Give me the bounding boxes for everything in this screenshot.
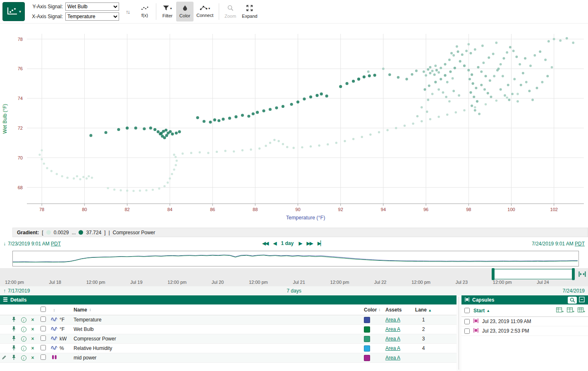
range-end-link[interactable]: 7/24/2019 9:01 AM PDT [532, 241, 585, 247]
color-swatch[interactable] [364, 317, 370, 323]
capsules-search-button[interactable] [568, 297, 577, 304]
asset-link[interactable]: Area A [385, 355, 400, 361]
step-duration-button[interactable]: 1 day [281, 240, 294, 246]
sort-icon[interactable]: ↕ [378, 307, 380, 312]
asset-link[interactable]: Area A [385, 317, 400, 323]
timeline-tick-label: Jul 18 [49, 280, 61, 285]
bracket: [ [42, 230, 43, 235]
step-backward-icon[interactable]: ◀ [273, 240, 276, 246]
pin-icon[interactable] [12, 318, 16, 323]
timeline-tick-label: 12:00 pm [249, 280, 268, 285]
swap-axes-icon[interactable]: ↑↓ [123, 8, 132, 15]
assets-column-header[interactable]: Assets [385, 307, 402, 313]
lane-column-header[interactable]: Lane [415, 307, 427, 313]
row-checkbox[interactable] [41, 345, 46, 350]
toolbar-divider [219, 3, 219, 20]
row-checkbox[interactable] [41, 326, 46, 331]
lane-value: 3 [411, 336, 436, 342]
capsules-collapse-icon[interactable] [579, 297, 585, 304]
lane-value: 1 [411, 317, 436, 323]
info-icon[interactable]: i [21, 355, 26, 361]
capsule-icon [473, 318, 478, 325]
color-button[interactable]: Color [176, 2, 194, 21]
brush-right-handle[interactable] [572, 268, 575, 280]
x-axis-signal-select[interactable]: Temperature [65, 12, 119, 21]
fx-button[interactable]: f(x) [136, 2, 153, 21]
row-checkbox[interactable] [41, 316, 46, 322]
asset-link[interactable]: Area A [385, 345, 400, 351]
color-swatch[interactable] [364, 355, 370, 361]
select-all-checkbox[interactable] [41, 307, 46, 312]
panel-splitter[interactable] [457, 295, 461, 371]
pin-icon[interactable] [12, 356, 16, 361]
filter-button[interactable]: ▾ Filter [159, 2, 176, 21]
name-column-header[interactable]: Name [74, 307, 87, 313]
edit-icon[interactable] [2, 355, 7, 361]
capsules-panel-header: Capsules [461, 295, 588, 304]
timebar-condense-icon[interactable] [578, 271, 586, 278]
remove-icon[interactable]: × [28, 355, 37, 361]
pin-icon[interactable] [12, 346, 16, 352]
timeline-tick-label: Jul 21 [293, 280, 305, 285]
expand-button[interactable]: Expand [239, 2, 260, 21]
unit-label: °F [60, 317, 74, 323]
range-start-arrow-icon[interactable]: ↓ [3, 241, 6, 247]
step-to-end-icon[interactable]: ▶▏ [318, 240, 323, 246]
pin-icon[interactable] [12, 337, 16, 342]
signal-icon [51, 346, 58, 352]
investigate-duration-link[interactable]: 7 days [287, 288, 301, 294]
capsule-checkbox[interactable] [464, 328, 470, 334]
fast-forward-icon[interactable]: ▶▶ [306, 240, 312, 246]
scatter-plot-menu-button[interactable]: ▾ [2, 2, 25, 21]
brush-left-handle[interactable] [492, 268, 495, 280]
remove-icon[interactable]: × [28, 326, 37, 332]
info-icon[interactable]: i [21, 346, 26, 351]
info-icon[interactable]: i [21, 336, 26, 342]
step-forward-icon[interactable]: ▶ [299, 240, 301, 246]
details-row: i×°FWet BulbArea A2 [0, 325, 457, 334]
sort-icon[interactable]: ↕ [89, 307, 91, 312]
investigate-end-link[interactable]: 7/24/2019 [563, 288, 585, 294]
timeline-bar[interactable]: 12:00 pmJul 1812:00 pmJul 1912:00 pmJul … [0, 268, 588, 286]
start-column-header[interactable]: Start ▲ [473, 308, 490, 314]
row-checkbox[interactable] [41, 354, 46, 360]
svg-text:82: 82 [124, 207, 129, 212]
lane-value: 4 [411, 345, 436, 351]
color-swatch[interactable] [364, 336, 370, 342]
scatter-chart-canvas[interactable]: 6870727476787880828486889092949698100102… [0, 24, 588, 228]
gradient-label: Gradient: [17, 230, 39, 235]
remove-icon[interactable]: × [28, 336, 37, 342]
trend-overview-strip[interactable] [12, 251, 579, 266]
details-row: i×°FTemperatureArea A1 [0, 315, 457, 325]
fast-backward-icon[interactable]: ◀◀ [262, 240, 268, 246]
row-checkbox[interactable] [41, 335, 46, 341]
timeline-tick-label: Jul 23 [456, 280, 468, 285]
pin-icon[interactable] [12, 327, 16, 333]
color-swatch[interactable] [364, 345, 370, 352]
color-column-header[interactable]: Color [364, 307, 377, 313]
range-start-link[interactable]: 7/23/2019 9:01 AM PDT [8, 241, 61, 247]
details-row: i×kWCompressor PowerArea A3 [0, 334, 457, 344]
asset-link[interactable]: Area A [385, 326, 400, 332]
capsules-select-all-checkbox[interactable] [464, 308, 470, 313]
toolbar: ▾ Y-Axis Signal: Wet Bulb X-Axis Signal:… [0, 0, 588, 24]
timeline-tick-label: 12:00 pm [330, 280, 349, 285]
investigate-start-link[interactable]: 7/17/2019 [8, 288, 30, 294]
add-custom-column-icon[interactable] [578, 307, 585, 314]
sort-icon[interactable]: ↕ [53, 308, 55, 312]
separator: | [108, 230, 110, 235]
remove-icon[interactable]: × [28, 345, 37, 351]
info-icon[interactable]: i [21, 327, 26, 332]
asset-link[interactable]: Area A [385, 336, 400, 342]
details-table-header: ↕ Name ↕ Color ↕ Assets Lane ▲ [0, 304, 457, 315]
info-icon[interactable]: i [21, 317, 26, 323]
remove-icon[interactable]: × [28, 317, 37, 323]
connect-button[interactable]: ▾ Connect [194, 2, 216, 21]
y-axis-signal-select[interactable]: Wet Bulb [65, 2, 119, 11]
add-property-column-icon[interactable] [556, 307, 564, 314]
investigate-start-arrow-icon[interactable]: ↑ [3, 288, 6, 294]
color-swatch[interactable] [364, 326, 370, 333]
add-stat-column-icon[interactable] [567, 307, 574, 314]
capsule-checkbox[interactable] [464, 319, 470, 324]
display-range-brush[interactable] [493, 269, 574, 279]
